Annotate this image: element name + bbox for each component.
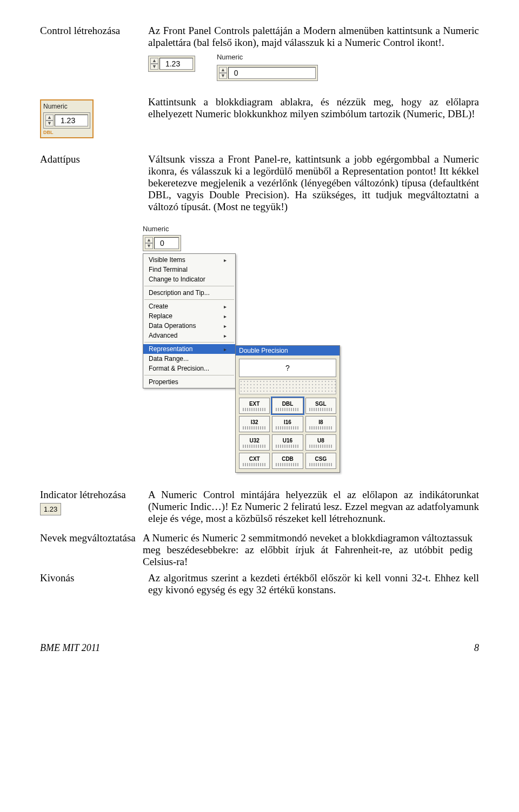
representation-submenu[interactable]: Double Precision ? EXT DBL SGL I32 I16 I… [235,345,340,473]
section-indicator-create: Indicator létrehozása 1.23 A Numeric Con… [40,489,479,528]
ctx-header-caption: Numeric [143,225,169,233]
numeric-caption: Numeric [217,53,318,61]
palette-numeric-control: ▲▼ 1.23 [43,112,90,129]
para-datatype: Váltsunk vissza a Front Panel-re, kattin… [148,153,479,213]
menu-separator [144,375,234,375]
type-ext[interactable]: EXT [239,398,270,414]
heading-indicator-create: Indicator létrehozása 1.23 [40,489,148,515]
numeric-control-widget[interactable]: ▲▼ 0 [217,65,318,81]
footer-left: BME MIT 2011 [40,642,100,654]
menu-separator [144,342,234,343]
body-datatype: Váltsunk vissza a Front Panel-re, kattin… [148,153,479,216]
palette-numeric-icon[interactable]: Numeric ▲▼ 1.23 DBL [40,99,94,138]
para-rename: A Numeric és Numeric 2 semmitmondó nevek… [143,532,473,568]
ctx-numeric-value[interactable]: 0 [154,237,179,249]
preview-area [239,379,336,394]
menu-item-format-precision[interactable]: Format & Precision... [143,364,235,373]
para-subtract: Az algoritmus szerint a kezdeti értékből… [148,572,479,596]
type-u16[interactable]: U16 [272,434,303,451]
updown-icon[interactable]: ▲▼ [145,237,153,249]
para-control-create: Az Front Panel Controls palettáján a Mod… [148,25,479,49]
menu-item-replace[interactable]: Replace [143,311,235,321]
para-indicator: A Numeric Control mintájára helyezzük el… [148,489,479,525]
body-indicator-create: A Numeric Control mintájára helyezzük el… [148,489,479,528]
section-control-create: Control létrehozása Az Front Panel Contr… [40,25,479,92]
numeric-value[interactable]: 0 [228,67,316,79]
section-datatype: Adattípus Váltsunk vissza a Front Panel-… [40,153,479,216]
heading-indicator-text: Indicator létrehozása [40,489,126,500]
menu-item-visible-items[interactable]: Visible Items [143,255,235,265]
context-menu-row: Visible Items Find Terminal Change to In… [143,253,340,473]
menu-item-properties[interactable]: Properties [143,377,235,387]
body-subtract: Az algoritmus szerint a kezdeti értékből… [148,572,479,599]
type-i16[interactable]: I16 [272,416,303,432]
numeric-control-widget[interactable]: ▲▼ 1.23 [148,56,195,72]
palette-caption: Numeric [43,103,90,110]
context-header: Numeric [143,225,340,234]
type-u8[interactable]: U8 [305,434,336,451]
section-palette: Numeric ▲▼ 1.23 DBL Kattintsunk a blokkd… [40,96,479,149]
para-blockdiagram: Kattintsunk a blokkdiagram ablakra, és n… [148,96,479,120]
footer-page-number: 8 [474,642,479,654]
menu-item-data-operations[interactable]: Data Operations [143,321,235,331]
help-icon[interactable]: ? [239,359,336,377]
menu-item-change-to-indicator[interactable]: Change to Indicator [143,274,235,284]
menu-item-create[interactable]: Create [143,301,235,311]
updown-icon: ▲▼ [45,115,54,126]
menu-item-representation[interactable]: Representation [143,344,235,354]
menu-item-description-tip[interactable]: Description and Tip... [143,288,235,298]
context-menu[interactable]: Visible Items Find Terminal Change to In… [143,253,236,388]
type-dbl[interactable]: DBL [272,398,303,414]
section-rename: Nevek megváltoztatásaA Numeric és Numeri… [40,532,479,568]
numeric-control-sample-2: Numeric ▲▼ 0 [217,53,318,81]
para-rename-wrap: Nevek megváltoztatásaA Numeric és Numeri… [40,532,479,568]
menu-item-find-terminal[interactable]: Find Terminal [143,265,235,274]
ctx-numeric-control[interactable]: ▲▼ 0 [143,235,181,251]
type-cxt[interactable]: CXT [239,453,270,469]
type-u32[interactable]: U32 [239,434,270,451]
type-csg[interactable]: CSG [305,453,336,469]
menu-separator [144,299,234,300]
heading-rename: Nevek megváltoztatása [40,532,143,544]
updown-icon[interactable]: ▲▼ [219,67,227,79]
section-subtract: Kivonás Az algoritmus szerint a kezdeti … [40,572,479,599]
type-grid: EXT DBL SGL I32 I16 I8 U32 U16 U8 CXT CD… [239,398,336,469]
type-i8[interactable]: I8 [305,416,336,432]
heading-control-create: Control létrehozása [40,25,148,37]
body-control-create: Az Front Panel Controls palettáján a Mod… [148,25,479,92]
page-footer: BME MIT 2011 8 [40,642,479,654]
menu-separator [144,286,234,286]
page: Control létrehozása Az Front Panel Contr… [0,0,519,679]
palette-col: Numeric ▲▼ 1.23 DBL [40,96,148,149]
submenu-title: Double Precision [236,346,340,355]
context-menu-figure: Numeric ▲▼ 0 Visible Items Find Terminal… [143,225,340,473]
indicator-palette-icon[interactable]: 1.23 [40,503,61,515]
dbl-badge: DBL [43,130,90,135]
heading-subtract: Kivonás [40,572,148,584]
numeric-control-sample-1: ▲▼ 1.23 [148,53,195,72]
type-i32[interactable]: I32 [239,416,270,432]
numeric-value: 1.23 [55,115,88,126]
heading-datatype: Adattípus [40,153,148,165]
updown-icon[interactable]: ▲▼ [150,58,158,70]
inline-figures: ▲▼ 1.23 Numeric ▲▼ 0 [148,53,479,81]
numeric-value[interactable]: 1.23 [159,58,193,70]
type-sgl[interactable]: SGL [305,398,336,414]
type-cdb[interactable]: CDB [272,453,303,469]
body-palette: Kattintsunk a blokkdiagram ablakra, és n… [148,96,479,123]
menu-item-data-range[interactable]: Data Range... [143,354,235,364]
menu-item-advanced[interactable]: Advanced [143,331,235,340]
